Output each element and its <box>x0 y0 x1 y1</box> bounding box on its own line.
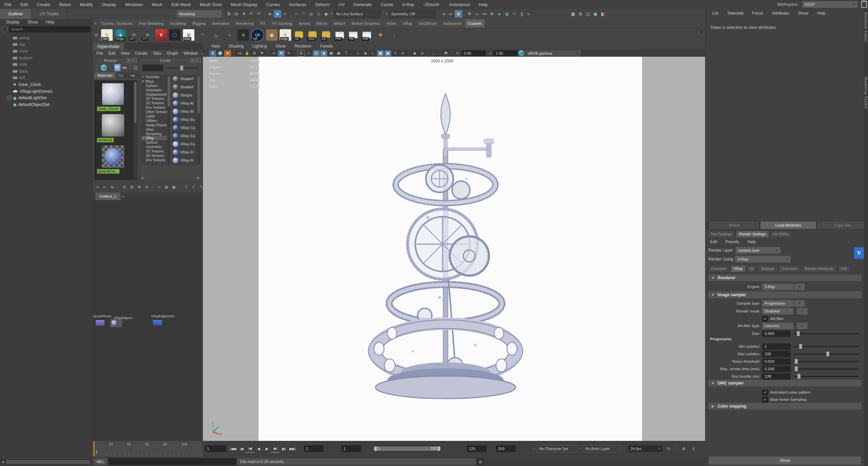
viewport-menu-shading[interactable]: Shading <box>225 43 247 50</box>
menu-curves[interactable]: Curves <box>262 0 284 9</box>
pin-selection-icon[interactable]: ⍈ <box>183 184 189 190</box>
shaded-icon[interactable]: ◆ <box>362 50 369 56</box>
aa-filter-checkbox[interactable]: ✓ <box>762 316 768 322</box>
expand-icon[interactable]: + <box>7 96 12 100</box>
create-node-vray-flakes2[interactable]: VRay Fl <box>172 156 200 164</box>
panel-layout-single-icon[interactable]: ▦ <box>569 10 577 18</box>
playback-start-field[interactable]: 1 <box>341 445 361 452</box>
go-to-start-button[interactable]: |◀◀ <box>229 445 237 452</box>
shelf-tab-sculpting[interactable]: Sculpting <box>167 19 189 28</box>
animated-noise-checkbox[interactable]: ✓ <box>762 390 768 395</box>
shelf-item-es[interactable]: ES <box>320 29 332 41</box>
rs-tab-vray[interactable]: VRay <box>731 265 746 272</box>
panel-layout-four-icon[interactable]: ⊞ <box>577 10 584 18</box>
scroll-left-icon[interactable]: ◀ <box>0 459 5 465</box>
shelf-item-oss[interactable]: OSS <box>307 29 318 41</box>
outliner-search-input[interactable]: Search... <box>9 26 90 32</box>
shelf-tab-custom[interactable]: Custom <box>465 19 485 28</box>
panel-layout-persp-icon[interactable]: ▣ <box>592 10 599 18</box>
vray-ipr-icon[interactable]: ➤ <box>224 50 231 56</box>
create-node-vray-carpaint[interactable]: VRay Ca <box>172 124 200 132</box>
viewport-menu-show[interactable]: Show <box>272 43 289 50</box>
shelf-item-curve-icon[interactable]: ◠ <box>197 29 208 41</box>
shelf-item-ft[interactable]: ✛FT <box>142 29 153 41</box>
rs-tab-render-elements[interactable]: Render Elements <box>802 265 837 272</box>
tab-scroll-left-icon[interactable]: ◀ <box>130 74 132 77</box>
menu-mesh-display[interactable]: Mesh Display <box>226 0 262 9</box>
ae-menu-attributes[interactable]: Attributes <box>769 10 793 17</box>
rs-tab-common[interactable]: Common <box>708 265 730 272</box>
tree-item[interactable]: 3D Textures <box>141 154 170 158</box>
redo-icon[interactable]: ↷ <box>255 10 263 18</box>
ae-menu-show[interactable]: Show <box>795 10 812 17</box>
tree-item[interactable]: Utilities <box>141 119 170 123</box>
node-connected-mode-icon[interactable]: ▤ <box>163 184 170 190</box>
toolbar-overflow-arrow-icon[interactable]: ▶ <box>528 12 530 16</box>
select-object-icon[interactable]: ➤ <box>266 10 274 18</box>
grease-pencil-icon[interactable]: ✎ <box>285 50 292 56</box>
create-node-vray-fastsss[interactable]: VRay Fa <box>172 140 200 148</box>
ray-bundle-size-slider[interactable] <box>793 373 859 380</box>
swatch-render-on-toggle[interactable]: ON <box>101 65 107 71</box>
max-subdivs-field[interactable]: 100 <box>762 351 791 357</box>
image-plane-icon[interactable]: ❧ <box>270 50 277 56</box>
ambient-occlusion-icon[interactable]: ◉ <box>411 50 418 56</box>
material-label[interactable]: particleClo... <box>97 169 119 174</box>
anim-layer-dropdown[interactable]: No Anim Layer <box>583 445 620 452</box>
shelf-item-purple-curves-icon[interactable]: ∿ <box>224 29 235 41</box>
2d-pan-zoom-icon[interactable]: ✥ <box>278 50 285 56</box>
range-start-handle[interactable] <box>374 446 377 451</box>
engine-dropdown-arrow-icon[interactable]: ▼ <box>794 284 805 290</box>
blue-noise-checkbox[interactable]: ✓ <box>762 397 768 402</box>
graph-remove-icon[interactable]: ⊖ <box>144 184 150 190</box>
ray-bundle-size-field[interactable]: 128 <box>762 373 791 380</box>
lock-camera-icon[interactable]: 🔒 <box>244 50 250 56</box>
close-panel-icon[interactable]: ✕ <box>132 58 137 63</box>
create-node-vray-flakes[interactable]: VRay Fl <box>172 148 200 156</box>
shelf-item-fpe[interactable]: FPE <box>334 29 345 41</box>
animation-end-field[interactable]: 200 <box>496 445 516 452</box>
browser-tab-textures[interactable]: Tex <box>116 72 129 78</box>
ae-menu-list[interactable]: List <box>709 10 722 17</box>
copy-tab-button[interactable]: Copy Tab <box>817 221 868 229</box>
color-management-toggle[interactable]: ON <box>518 50 525 56</box>
rs-menu-edit[interactable]: Edit <box>707 238 721 245</box>
node-place2dtexture[interactable] <box>95 320 105 326</box>
node-vrayedges[interactable] <box>110 319 122 327</box>
step-forward-frame-button[interactable]: ▶| <box>280 445 288 452</box>
shelf-tab-vray[interactable]: VRay <box>400 19 416 28</box>
menu-windows[interactable]: Windows <box>120 0 147 9</box>
hscroll-left-icon[interactable]: ◀ <box>141 176 143 179</box>
node-simple-mode-icon[interactable]: ▭ <box>156 184 162 190</box>
outliner-item-persp[interactable]: persp <box>0 35 92 41</box>
menu-substance[interactable]: Substance <box>445 0 474 9</box>
fps-dropdown[interactable]: 24 fps▼ <box>628 445 663 452</box>
contrast-field[interactable]: 1.00 <box>494 50 517 56</box>
hypershade-icon[interactable]: ● <box>496 10 503 18</box>
ae-menu-help[interactable]: Help <box>814 10 829 17</box>
large-swatch-icon[interactable] <box>114 64 121 71</box>
menu-mesh[interactable]: Mesh <box>147 0 167 9</box>
render-layer-dropdown[interactable]: masterLayer▼ <box>736 247 780 254</box>
gate-mask-icon[interactable]: ◙ <box>320 50 327 56</box>
colorspace-dropdown[interactable]: sRGB gamma▼ <box>525 50 581 56</box>
render-view-icon[interactable]: 👁 <box>466 10 473 18</box>
create-node-vray-blend[interactable]: VRay Bl <box>172 107 200 115</box>
hypershade-menu-file[interactable]: File <box>94 50 105 57</box>
mask-dropdown-arrow-icon[interactable]: ▼ <box>797 308 808 315</box>
menu-uv[interactable]: UV <box>334 0 349 9</box>
outliner-hscrollbar[interactable]: ◀ <box>0 459 91 465</box>
shelf-item-qr[interactable]: QRQR <box>251 29 264 41</box>
go-to-end-button[interactable]: ▶▶| <box>288 445 297 452</box>
tree-item[interactable]: Image Planes <box>141 123 170 127</box>
graph-output-icon[interactable]: ⇤ <box>101 184 108 190</box>
menu-modify[interactable]: Modify <box>76 0 97 9</box>
shelf-item-ungr[interactable]: ✎Ungr <box>280 29 291 41</box>
shelf-tab-rendering[interactable]: Rendering <box>233 19 257 28</box>
save-scene-icon[interactable]: ▼ <box>240 10 248 18</box>
shelf-scroll-arrows-icon[interactable]: ▲▼ <box>700 29 703 34</box>
tree-item[interactable]: Volumetric <box>141 88 170 92</box>
symmetry-options-arrow-icon[interactable]: ▼ <box>385 13 388 16</box>
hypershade-menu-tabs[interactable]: Tabs <box>150 50 164 57</box>
symmetry-field[interactable]: Symmetry: Off <box>389 10 436 18</box>
